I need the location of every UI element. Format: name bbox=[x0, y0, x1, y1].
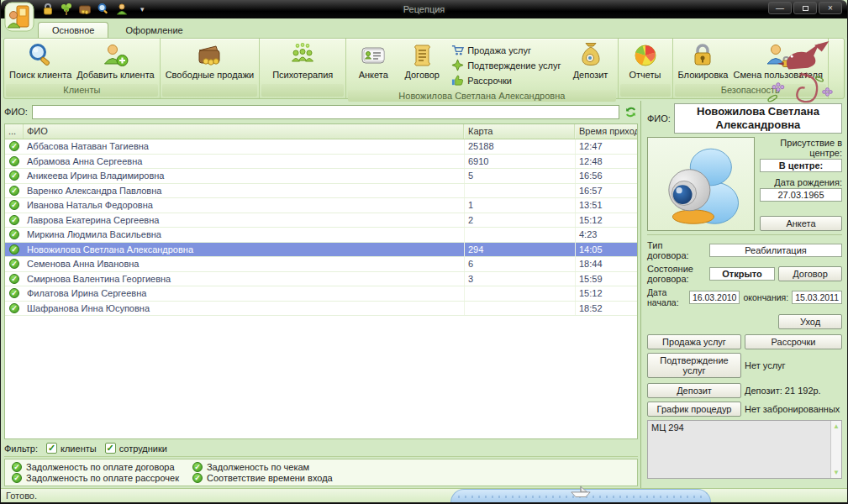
leave-button[interactable]: Уход bbox=[778, 314, 842, 329]
ribbon-group-label-current-client: Новожилова Светлана Александровна bbox=[348, 90, 615, 102]
table-row[interactable]: ✓ Варенко Александра Павловна 16:57 bbox=[5, 184, 637, 199]
client-time-cell: 13:51 bbox=[575, 198, 637, 213]
add-client-icon bbox=[102, 42, 129, 69]
search-icon[interactable] bbox=[97, 3, 110, 16]
quick-access-toolbar: ▾ bbox=[41, 3, 145, 16]
fio-search-label: ФИО: bbox=[4, 107, 28, 117]
minimize-button[interactable]: — bbox=[768, 2, 792, 14]
client-notes-area[interactable]: МЦ 294 ▲ ▼ bbox=[647, 420, 842, 479]
table-row[interactable]: ✓ Семенова Анна Ивановна 6 18:44 bbox=[5, 257, 637, 272]
filter-employees-checkbox[interactable]: ✓ сотрудники bbox=[105, 443, 167, 454]
toolbar-dropdown-icon[interactable]: ▾ bbox=[140, 5, 145, 13]
column-header-name[interactable]: ФИО bbox=[24, 124, 464, 139]
client-card-cell: 6 bbox=[464, 257, 575, 271]
deposit-amount-text: Депозит: 21 192р. bbox=[745, 386, 821, 396]
reports-button[interactable]: Отчеты bbox=[621, 41, 670, 81]
pie-chart-icon bbox=[632, 42, 659, 69]
app-icon[interactable] bbox=[4, 2, 34, 32]
status-ok-icon: ✓ bbox=[9, 141, 19, 151]
tab-main[interactable]: Основное bbox=[38, 22, 108, 38]
table-row[interactable]: ✓ Миркина Людмила Васильевна 4:23 bbox=[5, 228, 637, 243]
refresh-icon[interactable] bbox=[624, 105, 638, 119]
column-header-card[interactable]: Карта bbox=[464, 124, 575, 139]
client-name-cell: Абрамова Анна Сергеевна bbox=[24, 155, 464, 169]
add-client-button[interactable]: Добавить клиента bbox=[74, 41, 156, 81]
client-notes-text: МЦ 294 bbox=[648, 421, 830, 478]
table-row[interactable]: ✓ Смирнова Валентина Георгиевна 3 15:59 bbox=[5, 272, 637, 287]
client-time-cell: 14:05 bbox=[575, 243, 637, 257]
table-row[interactable]: ✓ Лаврова Екатерина Сергеевна 2 15:12 bbox=[5, 213, 637, 228]
maximize-button[interactable] bbox=[793, 2, 817, 14]
tab-design[interactable]: Оформление bbox=[112, 23, 196, 38]
table-row[interactable]: ✓ Аббасова Натаван Тагиевна 25188 12:47 bbox=[5, 139, 637, 155]
notes-scrollbar[interactable]: ▲ ▼ bbox=[830, 421, 841, 478]
search-client-icon bbox=[27, 42, 54, 69]
status-ok-icon: ✓ bbox=[9, 200, 19, 210]
psychotherapy-button[interactable]: Психотерапия bbox=[262, 41, 343, 81]
title-bar: ▾ Рецепция — × bbox=[1, 0, 847, 18]
contract-panel-button[interactable]: Договор bbox=[778, 266, 842, 281]
schedule-button[interactable]: График процедур bbox=[647, 402, 741, 417]
money-bag-icon bbox=[577, 42, 604, 69]
table-row[interactable]: ✓ Шафранова Инна Юсуповна 18:52 bbox=[5, 302, 637, 317]
close-button[interactable]: × bbox=[819, 2, 842, 14]
client-time-cell: 4:23 bbox=[575, 228, 637, 242]
installments-item[interactable]: Рассрочки bbox=[450, 74, 562, 87]
table-row[interactable]: ✓ Иванова Наталья Федоровна 1 13:51 bbox=[5, 198, 637, 213]
search-client-button[interactable]: Поиск клиента bbox=[7, 41, 74, 81]
filter-row: Фильтр: ✓ клиенты ✓ сотрудники bbox=[4, 440, 638, 457]
client-card-cell: 294 bbox=[464, 243, 575, 257]
confirm-services-item[interactable]: Подтверждение услуг bbox=[450, 59, 562, 71]
status-text: Готово. bbox=[6, 491, 37, 501]
legend-ok-icon: ✓ bbox=[12, 462, 22, 472]
column-header-time[interactable]: Время прихода bbox=[575, 124, 637, 139]
client-card-cell: 5 bbox=[464, 169, 575, 183]
questionnaire-button[interactable]: Анкета bbox=[349, 41, 398, 81]
presence-value: В центре: bbox=[760, 159, 842, 172]
end-date-label: окончания: bbox=[743, 292, 788, 302]
confirm-services-panel-button[interactable]: Подтверждение услуг bbox=[647, 353, 741, 378]
lock-icon[interactable] bbox=[41, 3, 55, 16]
client-time-cell: 12:47 bbox=[575, 139, 637, 154]
status-ok-icon: ✓ bbox=[9, 171, 19, 181]
status-bar: Готово. bbox=[1, 488, 847, 502]
client-detail-panel: ФИО: Новожилова Светлана Александровна bbox=[642, 101, 847, 488]
questionnaire-icon bbox=[360, 42, 387, 69]
filter-clients-checkbox[interactable]: ✓ клиенты bbox=[46, 443, 97, 454]
ribbon-group-clients: Поиск клиента Добавить клиента Клиенты bbox=[4, 39, 161, 98]
client-photo[interactable] bbox=[647, 137, 755, 231]
free-sales-button[interactable]: Свободные продажи bbox=[163, 41, 257, 81]
status-ok-icon: ✓ bbox=[9, 229, 19, 239]
client-time-cell: 16:56 bbox=[575, 169, 637, 183]
user-icon[interactable] bbox=[115, 3, 129, 16]
money-tree-icon[interactable] bbox=[60, 3, 73, 16]
contract-type-label: Тип договора: bbox=[647, 240, 706, 260]
installments-panel-button[interactable]: Рассрочки bbox=[745, 334, 842, 349]
legend-item-label: Задолженость по оплате договора bbox=[26, 462, 175, 472]
clients-table: ... ФИО Карта Время прихода ✓ Аббасова Н… bbox=[4, 123, 638, 439]
checkbox-checked-icon: ✓ bbox=[105, 443, 116, 454]
scroll-down-icon[interactable]: ▼ bbox=[833, 469, 840, 476]
scroll-up-icon[interactable]: ▲ bbox=[833, 423, 840, 430]
client-list-pane: ФИО: ... ФИО Карта Время прихода ✓ Аббас… bbox=[1, 101, 641, 488]
ribbon-tabs: Основное Оформление bbox=[1, 18, 847, 38]
table-row[interactable]: ✓ Новожилова Светлана Александровна 294 … bbox=[5, 243, 637, 258]
contract-state-value: Открыто bbox=[709, 267, 775, 281]
wallet-icon[interactable] bbox=[78, 3, 92, 16]
sale-services-panel-button[interactable]: Продажа услуг bbox=[647, 334, 741, 349]
client-card-cell: 1 bbox=[464, 198, 575, 213]
deposit-panel-button[interactable]: Депозит bbox=[647, 383, 741, 398]
legend-item: ✓ Задолженость по оплате договора bbox=[12, 462, 179, 472]
deposit-button[interactable]: Депозит bbox=[566, 41, 615, 81]
lock-workstation-button[interactable]: Блокировка bbox=[676, 41, 731, 81]
table-row[interactable]: ✓ Филатова Ирина Сергеевна 15:12 bbox=[5, 286, 637, 302]
table-row[interactable]: ✓ Абрамова Анна Сергеевна 6910 12:48 bbox=[5, 155, 637, 170]
fio-search-input[interactable] bbox=[32, 105, 619, 119]
end-date-value: 15.03.2011 bbox=[792, 291, 842, 304]
sale-services-item[interactable]: Продажа услуг bbox=[450, 44, 562, 56]
contract-button[interactable]: Договор bbox=[398, 41, 446, 81]
table-row[interactable]: ✓ Аникеева Ирина Владимировна 5 16:56 bbox=[5, 169, 637, 184]
start-date-value: 16.03.2010 bbox=[689, 291, 740, 304]
column-header-status[interactable]: ... bbox=[5, 124, 24, 139]
questionnaire-panel-button[interactable]: Анкета bbox=[760, 216, 842, 231]
